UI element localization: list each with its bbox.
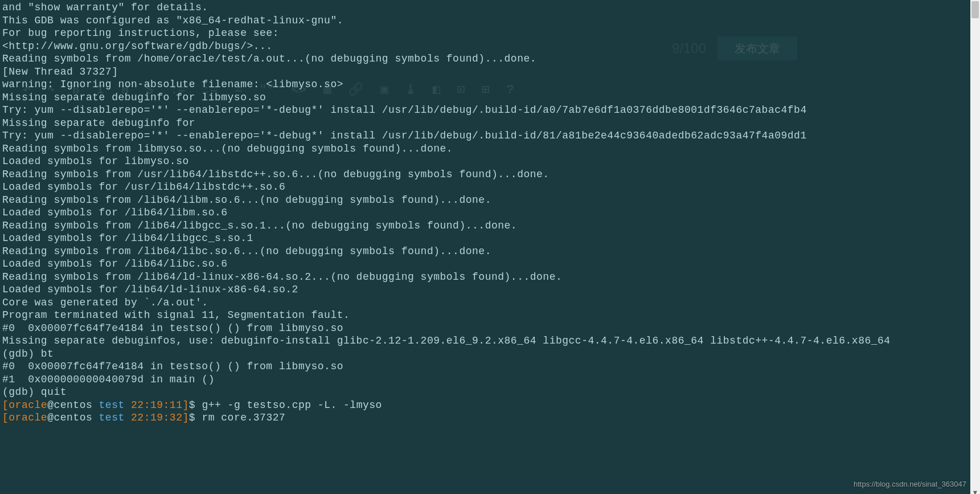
terminal-output[interactable]: and "show warranty" for details.This GDB… — [0, 0, 871, 494]
terminal-line: This GDB was configured as "x86_64-redha… — [2, 14, 869, 27]
terminal-line: Loaded symbols for /lib64/libm.so.6 — [2, 206, 869, 219]
vertical-scrollbar[interactable]: ▾ — [970, 0, 980, 494]
shell-prompt-line: [oracle@centos test 22:19:32]$ rm core.3… — [2, 411, 869, 424]
terminal-line: #0 0x00007fc64f7e4184 in testso() () fro… — [2, 322, 869, 335]
terminal-line: (gdb) bt — [2, 348, 869, 361]
terminal-line: #0 0x00007fc64f7e4184 in testso() () fro… — [2, 360, 869, 373]
prompt-time: 22:19:11 — [131, 399, 182, 411]
terminal-line: Reading symbols from /lib64/libc.so.6...… — [2, 245, 869, 258]
terminal-line: Loaded symbols for /usr/lib64/libstdc++.… — [2, 181, 869, 194]
prompt-user: oracle — [9, 412, 47, 423]
shell-command: g++ -g testso.cpp -L. -lmyso — [202, 399, 382, 411]
terminal-line: warning: Ignoring non-absolute filename:… — [2, 78, 869, 91]
terminal-line: and "show warranty" for details. — [2, 1, 869, 14]
terminal-line: #1 0x000000000040079d in main () — [2, 373, 869, 386]
terminal-line: Reading symbols from /lib64/libgcc_s.so.… — [2, 219, 869, 232]
shell-command: rm core.37327 — [202, 412, 285, 423]
terminal-line: Loaded symbols for libmyso.so — [2, 155, 869, 168]
terminal-line: Reading symbols from /lib64/ld-linux-x86… — [2, 271, 869, 284]
terminal-line: Try: yum --disablerepo='*' --enablerepo=… — [2, 129, 869, 142]
shell-prompt-line: [oracle@centos test 22:19:11]$ g++ -g te… — [2, 399, 869, 412]
prompt-path: test — [99, 412, 132, 423]
watermark-text: https://blog.csdn.net/sinat_363047 — [854, 478, 966, 491]
terminal-line: Reading symbols from /usr/lib64/libstdc+… — [2, 168, 869, 181]
terminal-line: Loaded symbols for /lib64/libc.so.6 — [2, 258, 869, 271]
terminal-line: Core was generated by `./a.out'. — [2, 296, 869, 309]
terminal-line: Reading symbols from /lib64/libm.so.6...… — [2, 194, 869, 207]
terminal-line: [New Thread 37327] — [2, 66, 869, 79]
terminal-line: For bug reporting instructions, please s… — [2, 27, 869, 40]
prompt-user: oracle — [9, 399, 47, 411]
terminal-line: Loaded symbols for /lib64/libgcc_s.so.1 — [2, 232, 869, 245]
terminal-line: <http://www.gnu.org/software/gdb/bugs/>.… — [2, 40, 869, 53]
terminal-line: Missing separate debuginfo for — [2, 117, 869, 130]
terminal-line: (gdb) quit — [2, 386, 869, 399]
scrollbar-thumb[interactable] — [971, 1, 979, 18]
prompt-time: 22:19:32 — [131, 412, 182, 423]
terminal-line: Missing separate debuginfo for libmyso.s… — [2, 91, 869, 104]
terminal-line: Loaded symbols for /lib64/ld-linux-x86-6… — [2, 283, 869, 296]
terminal-line: Program terminated with signal 11, Segme… — [2, 309, 869, 322]
terminal-line: Reading symbols from libmyso.so...(no de… — [2, 142, 869, 156]
terminal-line: Reading symbols from /home/oracle/test/a… — [2, 52, 869, 66]
terminal-line: Missing separate debuginfos, use: debugi… — [2, 334, 869, 348]
prompt-path: test — [99, 399, 132, 411]
terminal-line: Try: yum --disablerepo='*' --enablerepo=… — [2, 104, 869, 117]
scroll-down-icon[interactable]: ▾ — [972, 487, 978, 493]
